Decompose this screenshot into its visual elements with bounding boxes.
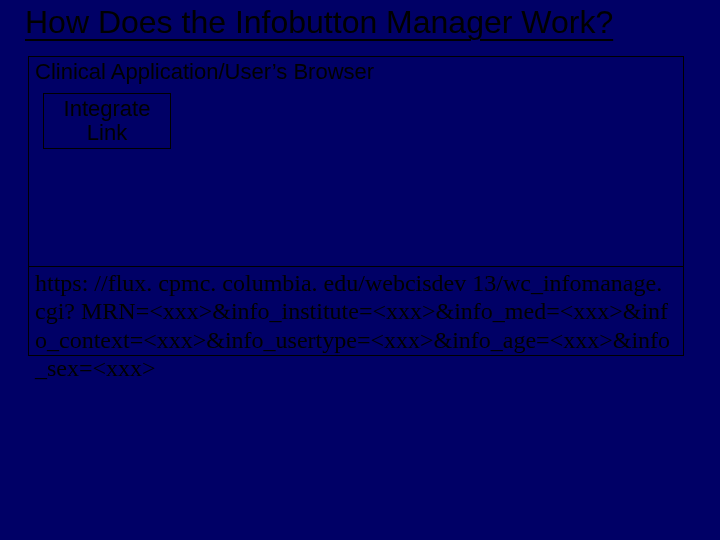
clinical-app-label: Clinical Application/User’s Browser (35, 59, 374, 85)
clinical-app-box: Clinical Application/User’s Browser Inte… (28, 56, 684, 356)
integrate-link-label: Integrate Link (64, 97, 151, 145)
integrate-link-box: Integrate Link (43, 93, 171, 149)
slide-title: How Does the Infobutton Manager Work? (25, 4, 695, 41)
url-text: https: //flux. cpmc. columbia. edu/webci… (35, 269, 677, 382)
slide: How Does the Infobutton Manager Work? Cl… (0, 0, 720, 540)
url-box: https: //flux. cpmc. columbia. edu/webci… (29, 266, 683, 355)
